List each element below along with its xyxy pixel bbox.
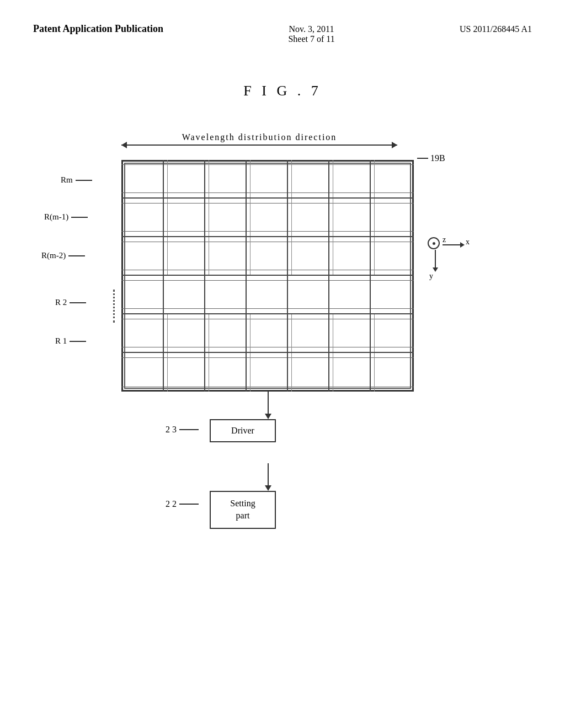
page-header: Patent Application Publication Nov. 3, 2… <box>0 0 565 44</box>
dotted-gap <box>113 290 115 323</box>
patent-number: US 2011/268445 A1 <box>460 24 532 34</box>
label-rm2: R(m-2) <box>41 251 85 260</box>
wavelength-label: Wavelength distribution direction <box>182 132 337 142</box>
label-rm: Rm <box>61 175 92 185</box>
grid-row-rm <box>121 160 414 199</box>
x-label: x <box>466 238 470 247</box>
setting-section: 2 2 Setting part <box>210 491 276 529</box>
publication-date: Nov. 3, 2011 Sheet 7 of 11 <box>288 24 334 44</box>
arrow-to-driver <box>265 392 271 419</box>
setting-box: Setting part <box>210 491 276 529</box>
figure-title: F I G . 7 <box>0 83 565 99</box>
wavelength-direction: Wavelength distribution direction <box>121 132 397 146</box>
driver-section: 2 3 Driver <box>210 419 276 442</box>
arrow-to-setting <box>265 463 271 491</box>
publication-title: Patent Application Publication <box>33 22 163 36</box>
driver-box: Driver <box>210 419 276 442</box>
y-label: y <box>429 272 433 281</box>
grid-row-rm1 <box>121 199 414 237</box>
coordinate-axes: z x y <box>425 234 469 279</box>
grid-row-gap <box>121 276 414 314</box>
grid-row-rm2 <box>121 237 414 276</box>
wavelength-arrow <box>121 144 397 146</box>
driver-number: 2 3 <box>166 425 177 435</box>
grid-row-r1 <box>121 353 414 392</box>
label-19b: 19B <box>417 153 445 163</box>
grid-container <box>121 160 414 392</box>
setting-number: 2 2 <box>166 499 177 509</box>
label-r2: R 2 <box>55 298 86 307</box>
label-rm1: R(m-1) <box>44 212 88 222</box>
grid-row-r2 <box>121 314 414 353</box>
label-r1: R 1 <box>55 336 86 346</box>
